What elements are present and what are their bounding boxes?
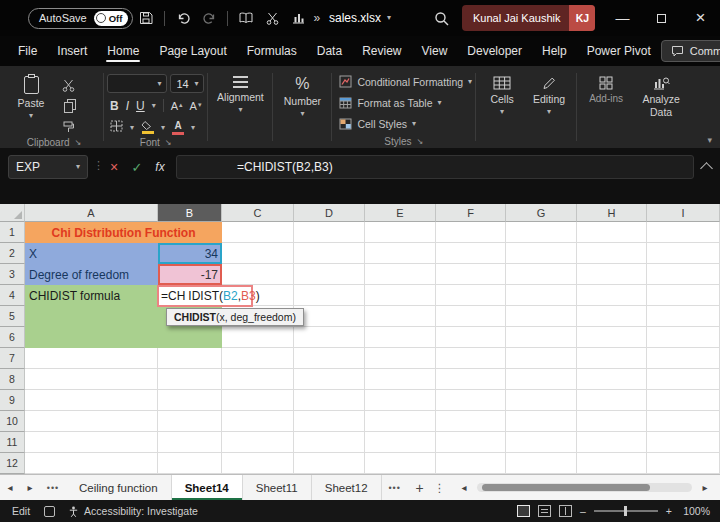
cell-F1[interactable] — [436, 222, 506, 243]
sheet-tab-sheet14[interactable]: Sheet14 — [172, 475, 243, 500]
sheet-tab-ceiling-function[interactable]: Ceiling function — [66, 475, 172, 500]
column-header-A[interactable]: A — [25, 204, 158, 222]
document-title[interactable]: sales.xlsx ▾ — [300, 0, 420, 36]
addins-button[interactable] — [580, 68, 632, 90]
cell-A11[interactable] — [25, 432, 158, 453]
cell-H1[interactable] — [577, 222, 647, 243]
tab-power-pivot[interactable]: Power Pivot — [577, 36, 661, 66]
cell-D10[interactable] — [294, 411, 365, 432]
cell-E9[interactable] — [365, 390, 436, 411]
fill-color-button[interactable] — [141, 121, 154, 134]
filled-cell-A5[interactable] — [25, 306, 158, 327]
number-button[interactable]: % Number ▾ — [276, 68, 328, 118]
cell-A7[interactable] — [25, 348, 158, 369]
bold-button[interactable]: B — [110, 99, 119, 113]
row-header-12[interactable]: 12 — [0, 453, 25, 474]
font-color-dropdown-icon[interactable]: ▾ — [191, 124, 195, 132]
dialog-launcher-icon[interactable]: ↘ — [165, 138, 172, 147]
format-painter-button[interactable] — [62, 119, 74, 137]
underline-button[interactable]: U — [136, 99, 145, 113]
cell-F4[interactable] — [436, 285, 506, 306]
cell-F3[interactable] — [436, 264, 506, 285]
cell-styles-button[interactable]: Cell Styles ▾ — [335, 113, 472, 134]
cell-C12[interactable] — [222, 453, 294, 474]
cells-button[interactable]: Cells ▾ — [479, 68, 525, 116]
cell-B8[interactable] — [158, 369, 222, 390]
cell-D5[interactable] — [294, 306, 365, 327]
filled-cell-B2[interactable]: 34 — [158, 243, 222, 264]
cell-H9[interactable] — [577, 390, 647, 411]
cell-E10[interactable] — [365, 411, 436, 432]
sheet-tab-sheet11[interactable]: Sheet11 — [243, 475, 312, 500]
column-header-E[interactable]: E — [365, 204, 436, 222]
column-header-D[interactable]: D — [294, 204, 365, 222]
tab-view[interactable]: View — [412, 36, 458, 66]
cell-D6[interactable] — [294, 327, 365, 348]
cell-G1[interactable] — [506, 222, 577, 243]
tab-review[interactable]: Review — [352, 36, 411, 66]
cell-F10[interactable] — [436, 411, 506, 432]
zoom-level[interactable]: 100% — [680, 505, 710, 517]
dialog-launcher-icon[interactable]: ↘ — [417, 137, 424, 146]
restore-button[interactable] — [642, 0, 681, 36]
column-header-F[interactable]: F — [436, 204, 506, 222]
cell-D12[interactable] — [294, 453, 365, 474]
enter-button[interactable]: ✓ — [126, 155, 148, 179]
cell-B7[interactable] — [158, 348, 222, 369]
cell-H8[interactable] — [577, 369, 647, 390]
cell-A8[interactable] — [25, 369, 158, 390]
font-name-combo[interactable]: ▾ — [107, 74, 167, 93]
tab-file[interactable]: File — [8, 36, 47, 66]
dialog-launcher-icon[interactable]: ↘ — [75, 138, 82, 147]
row-header-6[interactable]: 6 — [0, 327, 25, 348]
account-button[interactable]: Kunal Jai Kaushik KJ — [462, 5, 595, 31]
cell-D11[interactable] — [294, 432, 365, 453]
cell-E7[interactable] — [365, 348, 436, 369]
cell-F8[interactable] — [436, 369, 506, 390]
cell-B12[interactable] — [158, 453, 222, 474]
cell-C3[interactable] — [222, 264, 294, 285]
cell-G6[interactable] — [506, 327, 577, 348]
more-sheets-left-button[interactable]: ••• — [40, 475, 66, 500]
cell-E5[interactable] — [365, 306, 436, 327]
cell-G7[interactable] — [506, 348, 577, 369]
cut-quick-button[interactable] — [259, 5, 285, 31]
cell-I5[interactable] — [647, 306, 720, 327]
cell-H2[interactable] — [577, 243, 647, 264]
cell-H5[interactable] — [577, 306, 647, 327]
row-header-9[interactable]: 9 — [0, 390, 25, 411]
tab-scroll-left-icon[interactable]: ◂ — [0, 475, 20, 500]
cell-G2[interactable] — [506, 243, 577, 264]
cell-D8[interactable] — [294, 369, 365, 390]
comments-button[interactable]: Comments — [661, 40, 720, 62]
cell-G12[interactable] — [506, 453, 577, 474]
autosave-switch[interactable]: Off — [94, 11, 129, 26]
cell-B10[interactable] — [158, 411, 222, 432]
row-header-1[interactable]: 1 — [0, 222, 25, 243]
cell-H3[interactable] — [577, 264, 647, 285]
cell-H4[interactable] — [577, 285, 647, 306]
workbook-stats-button[interactable] — [233, 5, 259, 31]
cell-G9[interactable] — [506, 390, 577, 411]
accessibility-checker-button[interactable]: Accessibility: Investigate — [68, 505, 198, 517]
minimize-button[interactable]: — — [603, 0, 642, 36]
cell-C8[interactable] — [222, 369, 294, 390]
cell-A10[interactable] — [25, 411, 158, 432]
cell-I8[interactable] — [647, 369, 720, 390]
cell-H7[interactable] — [577, 348, 647, 369]
conditional-formatting-button[interactable]: Conditional Formatting ▾ — [335, 71, 472, 92]
cell-E6[interactable] — [365, 327, 436, 348]
row-header-10[interactable]: 10 — [0, 411, 25, 432]
cell-C10[interactable] — [222, 411, 294, 432]
filled-cell-A3[interactable]: Degree of freedom — [25, 264, 158, 285]
font-size-combo[interactable]: 14▾ — [170, 74, 204, 93]
column-header-G[interactable]: G — [506, 204, 577, 222]
row-header-8[interactable]: 8 — [0, 369, 25, 390]
cell-G5[interactable] — [506, 306, 577, 327]
cell-G8[interactable] — [506, 369, 577, 390]
scrollbar-thumb[interactable] — [482, 484, 650, 491]
cell-E8[interactable] — [365, 369, 436, 390]
cell-C6[interactable] — [222, 327, 294, 348]
page-break-view-button[interactable] — [559, 505, 572, 517]
cell-D7[interactable] — [294, 348, 365, 369]
